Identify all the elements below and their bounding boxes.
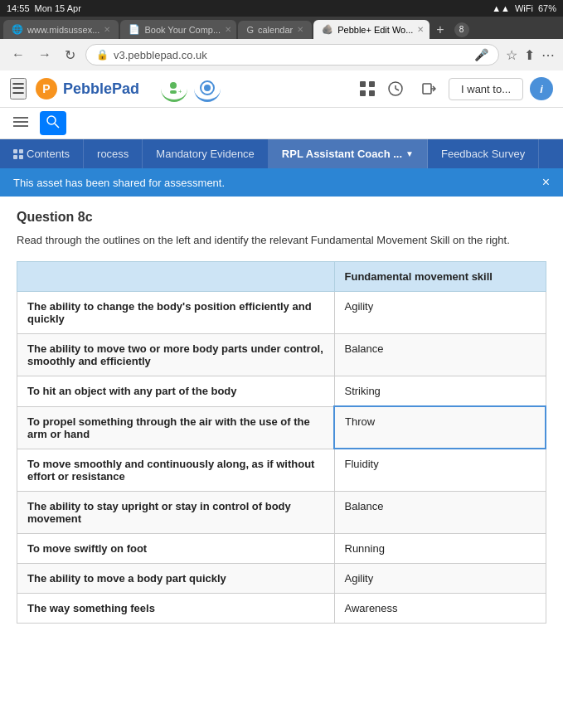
tab-4-favicon: 🪨 — [322, 24, 333, 35]
tab-3-close[interactable]: ✕ — [297, 25, 303, 34]
question-title: Question 8c — [17, 210, 546, 225]
tab-2[interactable]: 📄 Book Your Comp... ✕ — [120, 20, 236, 39]
tab-rpl[interactable]: RPL Assistant Coach ... ▼ — [269, 139, 428, 168]
notification-close-button[interactable]: × — [542, 175, 550, 190]
i-want-to-button[interactable]: I want to... — [449, 78, 523, 100]
svg-line-13 — [396, 89, 399, 90]
status-bar: 14:55 Mon 15 Apr ▲▲ WiFi 67% — [0, 0, 563, 17]
row-skill: Awareness — [334, 593, 546, 623]
svg-point-6 — [204, 85, 211, 91]
grid-icon[interactable] — [359, 80, 376, 97]
svg-text:+: + — [178, 88, 182, 95]
app-logo: P PebblePad — [35, 77, 139, 100]
row-description: To move smoothly and continuously along,… — [17, 449, 335, 491]
svg-rect-8 — [369, 81, 375, 87]
row-skill: Running — [334, 533, 546, 563]
tab-4[interactable]: 🪨 Pebble+ Edit Wo... ✕ — [313, 20, 430, 39]
svg-point-2 — [170, 82, 177, 89]
pebblepad-logo-icon: P — [35, 77, 58, 100]
header-icons: + — [161, 75, 221, 102]
circle-blue-icon — [200, 80, 215, 95]
mic-icon[interactable]: 🎤 — [474, 48, 488, 61]
refresh-button[interactable]: ↻ — [61, 46, 79, 65]
tab-1[interactable]: 🌐 www.midsussex... ✕ — [3, 20, 119, 39]
svg-rect-3 — [170, 90, 177, 94]
svg-rect-10 — [369, 90, 375, 96]
row-skill: Agility — [334, 563, 546, 593]
table-row: To move swiftly on footRunning — [17, 533, 546, 563]
col-header-description — [17, 262, 335, 292]
svg-rect-21 — [13, 149, 17, 153]
col-header-skill: Fundamental movement skill — [334, 262, 546, 292]
tab-2-close[interactable]: ✕ — [225, 25, 231, 34]
app-header: ☰ P PebblePad + — [0, 70, 563, 108]
row-description: The ability to change the body's positio… — [17, 292, 335, 334]
svg-text:P: P — [42, 82, 50, 95]
svg-rect-22 — [19, 149, 23, 153]
wifi-icon: WiFi — [515, 3, 533, 13]
person-add-icon: + — [167, 80, 182, 95]
tab-4-label: Pebble+ Edit Wo... — [337, 25, 413, 35]
forward-button[interactable]: → — [35, 46, 55, 64]
list-icon — [13, 116, 28, 128]
svg-rect-7 — [360, 81, 366, 87]
svg-point-19 — [47, 116, 56, 124]
tab-rpl-label: RPL Assistant Coach ... — [282, 148, 402, 160]
row-description: To hit an object with any part of the bo… — [17, 376, 335, 407]
app-name: PebblePad — [63, 80, 139, 98]
tab-process-label: rocess — [97, 148, 129, 160]
dropdown-chevron-icon: ▼ — [405, 149, 414, 158]
hamburger-menu[interactable]: ☰ — [10, 78, 27, 99]
tab-1-label: www.midsussex... — [27, 25, 99, 35]
back-button[interactable]: ← — [8, 46, 28, 64]
tab-2-label: Book Your Comp... — [144, 25, 221, 35]
row-description: To move swiftly on foot — [17, 533, 335, 563]
signal-icon: ▲▲ — [492, 3, 510, 13]
tab-process[interactable]: rocess — [84, 139, 143, 168]
more-button[interactable]: ⋯ — [541, 47, 555, 63]
person-add-icon-button[interactable]: + — [161, 75, 187, 102]
table-row: To hit an object with any part of the bo… — [17, 376, 546, 407]
notification-message: This asset has been shared for assessmen… — [13, 177, 225, 189]
table-row: The ability to change the body's positio… — [17, 292, 546, 334]
tab-2-favicon: 📄 — [129, 24, 140, 35]
tab-3[interactable]: G calendar ✕ — [238, 21, 312, 39]
tab-1-close[interactable]: ✕ — [104, 25, 110, 34]
svg-rect-23 — [13, 155, 17, 159]
tab-contents[interactable]: Contents — [0, 139, 84, 168]
logout-icon-button[interactable] — [415, 75, 442, 102]
tab-3-favicon: G — [246, 25, 254, 35]
contents-nav-icon — [13, 149, 23, 159]
row-description: The way something feels — [17, 593, 335, 623]
table-row: To propel something through the air with… — [17, 406, 546, 449]
tab-contents-label: Contents — [27, 148, 70, 160]
browser-actions: ☆ ⬆ ⋯ — [506, 47, 555, 63]
url-bar[interactable]: 🔒 v3.pebblepad.co.uk 🎤 — [85, 44, 499, 66]
row-skill: Balance — [334, 491, 546, 533]
bookmark-button[interactable]: ☆ — [506, 47, 517, 63]
circle-icon-button[interactable] — [194, 75, 221, 102]
tab-count[interactable]: 8 — [454, 22, 469, 37]
table-row: The ability to move a body part quicklyA… — [17, 563, 546, 593]
tab-1-favicon: 🌐 — [12, 24, 23, 35]
search-icon — [46, 115, 60, 129]
svg-rect-24 — [19, 155, 23, 159]
time: 14:55 — [7, 3, 30, 13]
logout-icon — [421, 81, 436, 96]
skills-table: Fundamental movement skill The ability t… — [17, 261, 546, 624]
share-button[interactable]: ⬆ — [524, 47, 535, 63]
row-description: The ability to move a body part quickly — [17, 563, 335, 593]
tab-bar: 🌐 www.midsussex... ✕ 📄 Book Your Comp...… — [0, 17, 563, 39]
tab-mandatory[interactable]: Mandatory Evidence — [143, 139, 269, 168]
tab-4-close[interactable]: ✕ — [417, 25, 424, 34]
row-description: The ability to move two or more body par… — [17, 334, 335, 376]
nav-tabs: Contents rocess Mandatory Evidence RPL A… — [0, 139, 563, 168]
tab-feedback[interactable]: Feedback Survey — [428, 139, 539, 168]
row-skill: Fluidity — [334, 449, 546, 491]
clock-icon-button[interactable] — [382, 75, 409, 102]
search-button[interactable] — [40, 111, 66, 135]
info-button[interactable]: i — [530, 77, 553, 100]
contents-icon-button[interactable] — [8, 113, 33, 134]
clock-icon — [388, 81, 403, 96]
new-tab-button[interactable]: + — [431, 22, 449, 37]
